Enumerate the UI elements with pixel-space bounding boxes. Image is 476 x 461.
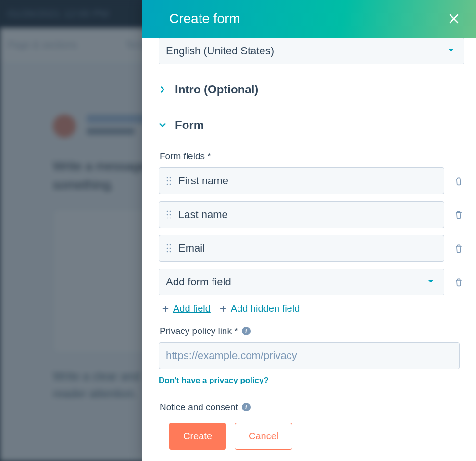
privacy-label: Privacy policy link * i bbox=[160, 326, 464, 336]
panel-header: Create form bbox=[142, 0, 476, 38]
form-fields-label: Form fields * bbox=[160, 151, 464, 162]
svg-point-15 bbox=[170, 248, 171, 249]
chevron-down-icon bbox=[447, 45, 455, 57]
privacy-link-input[interactable] bbox=[159, 342, 460, 369]
panel-title: Create form bbox=[169, 11, 240, 26]
add-form-field-select[interactable]: Add form field bbox=[159, 269, 444, 295]
trash-icon bbox=[454, 277, 463, 287]
info-icon[interactable]: i bbox=[242, 327, 251, 335]
form-field-name: First name bbox=[178, 175, 228, 187]
drag-handle-icon[interactable] bbox=[166, 243, 172, 253]
svg-point-2 bbox=[167, 180, 168, 182]
add-form-field-placeholder: Add form field bbox=[166, 276, 231, 288]
trash-icon bbox=[454, 243, 463, 254]
section-form-toggle[interactable]: Form bbox=[159, 114, 464, 140]
add-field-link[interactable]: Add field bbox=[162, 303, 211, 314]
create-button[interactable]: Create bbox=[169, 423, 226, 450]
svg-point-11 bbox=[170, 218, 171, 219]
add-hidden-field-link[interactable]: Add hidden field bbox=[219, 303, 300, 314]
privacy-label-text: Privacy policy link * bbox=[160, 326, 238, 336]
svg-point-13 bbox=[170, 244, 171, 246]
drag-handle-icon[interactable] bbox=[166, 210, 172, 219]
form-field-row: Last name bbox=[159, 201, 464, 228]
svg-point-12 bbox=[167, 244, 168, 246]
form-field-box[interactable]: First name bbox=[159, 167, 444, 194]
form-field-name: Last name bbox=[178, 208, 228, 221]
chevron-down-icon bbox=[159, 121, 166, 129]
delete-field-button[interactable] bbox=[453, 176, 464, 186]
section-form-label: Form bbox=[175, 118, 204, 132]
form-field-box[interactable]: Last name bbox=[159, 201, 444, 228]
svg-point-1 bbox=[170, 177, 171, 179]
add-hidden-field-link-text: Add hidden field bbox=[231, 303, 300, 314]
plus-icon bbox=[162, 305, 169, 313]
svg-point-7 bbox=[170, 211, 171, 212]
add-form-field-row: Add form field bbox=[159, 269, 464, 295]
notice-consent-label: Notice and consent i bbox=[160, 402, 464, 411]
trash-icon bbox=[454, 176, 463, 186]
svg-point-5 bbox=[170, 184, 171, 185]
trash-icon bbox=[454, 209, 463, 220]
drag-handle-icon[interactable] bbox=[166, 176, 172, 186]
section-intro-toggle[interactable]: Intro (Optional) bbox=[159, 78, 464, 104]
chevron-right-icon bbox=[159, 86, 166, 93]
panel-body[interactable]: English (United States) Intro (Optional)… bbox=[142, 38, 476, 411]
plus-icon bbox=[219, 305, 227, 313]
svg-point-9 bbox=[170, 214, 171, 216]
svg-point-17 bbox=[170, 251, 171, 253]
svg-point-0 bbox=[167, 177, 168, 179]
language-selected: English (United States) bbox=[166, 45, 274, 57]
svg-point-8 bbox=[167, 214, 168, 216]
form-field-box[interactable]: Email bbox=[159, 235, 444, 262]
add-field-link-text: Add field bbox=[173, 303, 211, 314]
svg-point-14 bbox=[167, 248, 168, 249]
delete-field-button[interactable] bbox=[453, 243, 464, 254]
create-form-panel: Create form English (United States) Intr… bbox=[142, 0, 476, 461]
form-field-row: First name bbox=[159, 167, 464, 194]
delete-field-button[interactable] bbox=[453, 209, 464, 220]
svg-point-6 bbox=[167, 211, 168, 212]
svg-point-10 bbox=[167, 218, 168, 219]
chevron-down-icon bbox=[426, 276, 435, 288]
form-field-row: Email bbox=[159, 235, 464, 262]
add-field-links-row: Add field Add hidden field bbox=[162, 303, 464, 314]
close-button[interactable] bbox=[445, 10, 463, 27]
delete-field-button[interactable] bbox=[453, 277, 464, 287]
form-field-name: Email bbox=[178, 242, 205, 255]
notice-consent-label-text: Notice and consent bbox=[160, 402, 238, 411]
svg-point-16 bbox=[167, 251, 168, 253]
cancel-button[interactable]: Cancel bbox=[235, 423, 292, 450]
svg-point-4 bbox=[167, 184, 168, 185]
language-select[interactable]: English (United States) bbox=[159, 38, 464, 64]
panel-footer: Create Cancel bbox=[142, 411, 476, 461]
section-intro-label: Intro (Optional) bbox=[175, 83, 258, 96]
info-icon[interactable]: i bbox=[242, 403, 251, 411]
privacy-help-link[interactable]: Don't have a privacy policy? bbox=[159, 376, 269, 385]
svg-point-3 bbox=[170, 180, 171, 182]
close-icon bbox=[448, 13, 460, 25]
